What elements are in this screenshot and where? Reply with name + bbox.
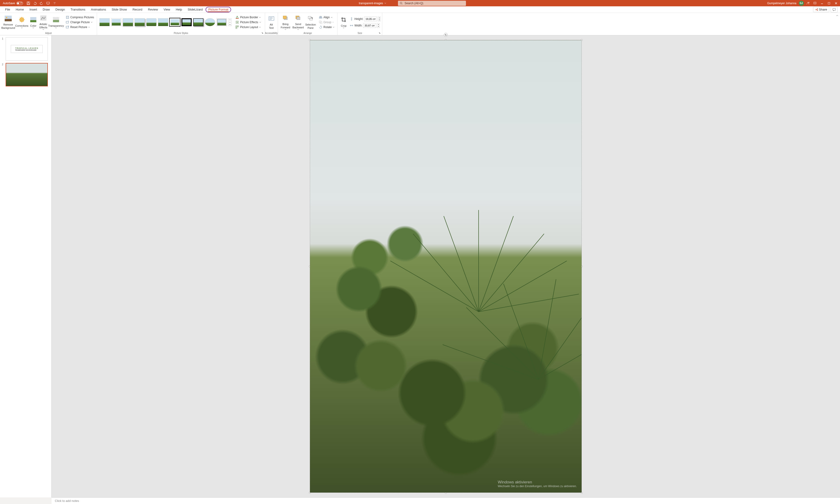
style-drop-shadow[interactable] bbox=[135, 18, 145, 26]
group-button[interactable]: Group bbox=[318, 20, 336, 24]
picture-layout-button[interactable]: Picture Layout bbox=[234, 25, 262, 30]
alt-text-icon bbox=[268, 15, 275, 22]
svg-rect-22 bbox=[53, 20, 59, 22]
rotate-button[interactable]: Rotate bbox=[318, 25, 336, 30]
corrections-button[interactable]: Corrections bbox=[15, 13, 29, 31]
slide-thumbnail-2[interactable] bbox=[6, 63, 48, 86]
change-picture-button[interactable]: Change Picture bbox=[64, 20, 96, 24]
ribbon-display-button[interactable] bbox=[812, 0, 818, 6]
crop-button[interactable]: Crop bbox=[339, 13, 348, 31]
slide-editor[interactable]: ↻ bbox=[52, 35, 840, 498]
redo-button[interactable] bbox=[38, 0, 45, 6]
chevron-down-icon bbox=[259, 22, 261, 23]
remove-bg-icon bbox=[4, 15, 12, 22]
autosave-toggle[interactable]: AutoSave Off bbox=[1, 2, 25, 5]
collapse-ribbon-button[interactable] bbox=[835, 14, 839, 18]
tab-view[interactable]: View bbox=[161, 6, 173, 13]
title-bar: AutoSave Off transparent-images Search (… bbox=[0, 0, 840, 6]
slide-thumbnail-1[interactable]: TROPICAL LEAVES TRANSPARENT BACKGROUND bbox=[6, 37, 48, 61]
style-simple-frame-white[interactable] bbox=[99, 18, 110, 26]
search-input[interactable]: Search (Alt+Q) bbox=[398, 1, 466, 6]
color-button[interactable]: Color bbox=[29, 13, 38, 31]
bring-forward-button[interactable]: Bring Forward bbox=[279, 13, 292, 31]
tab-draw[interactable]: Draw bbox=[40, 6, 52, 13]
layout-icon bbox=[235, 25, 239, 29]
selection-pane-icon bbox=[307, 15, 314, 22]
style-beveled-oval[interactable] bbox=[205, 18, 215, 26]
tab-record[interactable]: Record bbox=[130, 6, 145, 13]
tab-home[interactable]: Home bbox=[13, 6, 27, 13]
reset-picture-button[interactable]: Reset Picture bbox=[64, 25, 96, 30]
close-button[interactable] bbox=[833, 0, 839, 6]
style-thick-matte-black[interactable] bbox=[182, 18, 192, 26]
style-beveled-matte[interactable] bbox=[111, 18, 121, 26]
height-input[interactable] bbox=[364, 17, 377, 21]
chevron-down-icon bbox=[91, 22, 92, 23]
svg-rect-34 bbox=[283, 16, 287, 19]
svg-rect-24 bbox=[66, 21, 68, 23]
tab-animations[interactable]: Animations bbox=[88, 6, 109, 13]
selected-picture[interactable]: Windows aktivieren Wechseln Sie zu den E… bbox=[310, 40, 582, 493]
picture-border-button[interactable]: Picture Border bbox=[234, 15, 262, 20]
size-dialog-launcher[interactable]: ⬊ bbox=[379, 32, 381, 35]
crop-icon bbox=[340, 16, 347, 23]
corrections-icon bbox=[18, 16, 25, 23]
artistic-effects-button[interactable]: Artistic Effects bbox=[38, 13, 49, 31]
maximize-button[interactable] bbox=[826, 0, 832, 6]
share-button[interactable]: Share bbox=[813, 7, 829, 12]
style-compound-frame[interactable] bbox=[217, 18, 227, 26]
rotation-handle[interactable]: ↻ bbox=[444, 33, 448, 37]
svg-rect-39 bbox=[320, 16, 322, 17]
svg-rect-6 bbox=[814, 2, 816, 4]
tab-design[interactable]: Design bbox=[53, 6, 68, 13]
toggle-switch[interactable]: Off bbox=[16, 2, 23, 5]
qat-customize-button[interactable] bbox=[52, 0, 58, 6]
style-metal-frame[interactable] bbox=[123, 18, 133, 26]
picture-effects-button[interactable]: Picture Effects bbox=[234, 20, 262, 24]
height-spinner[interactable]: ▲▼ bbox=[378, 17, 381, 21]
svg-point-14 bbox=[6, 17, 7, 18]
group-label-arrange: Arrange bbox=[278, 31, 337, 35]
svg-rect-17 bbox=[30, 20, 36, 22]
width-input[interactable] bbox=[363, 23, 376, 28]
save-button[interactable] bbox=[25, 0, 31, 6]
svg-rect-1 bbox=[28, 3, 29, 4]
send-backward-icon bbox=[294, 14, 302, 22]
tab-slide-show[interactable]: Slide Show bbox=[109, 6, 130, 13]
minimize-button[interactable] bbox=[819, 0, 825, 6]
tab-picture-format[interactable]: Picture Format bbox=[206, 7, 231, 13]
tab-insert[interactable]: Insert bbox=[27, 6, 40, 13]
tab-help[interactable]: Help bbox=[173, 6, 185, 13]
send-backward-button[interactable]: Send Backward bbox=[292, 13, 305, 31]
compress-pictures-button[interactable]: Compress Pictures bbox=[64, 15, 96, 20]
selection-pane-button[interactable]: Selection Pane bbox=[305, 13, 316, 31]
tab-file[interactable]: File bbox=[2, 6, 13, 13]
notes-pane[interactable]: Click to add notes bbox=[52, 498, 840, 504]
style-simple-frame-black[interactable] bbox=[193, 18, 203, 26]
chevron-down-icon bbox=[259, 27, 261, 28]
document-title[interactable]: transparent-images bbox=[359, 2, 386, 5]
tab-transitions[interactable]: Transitions bbox=[68, 6, 88, 13]
slide-number-2: 2 bbox=[2, 63, 4, 86]
comments-button[interactable] bbox=[830, 7, 838, 13]
tab-slidelizard[interactable]: SlideLizard bbox=[185, 6, 206, 13]
align-button[interactable]: Align bbox=[318, 15, 336, 20]
style-double-frame-black[interactable] bbox=[170, 18, 180, 26]
chevron-down-icon bbox=[55, 28, 57, 28]
slideshow-from-start-button[interactable] bbox=[45, 0, 51, 6]
transparency-button[interactable]: Transparency bbox=[49, 13, 63, 31]
coming-soon-button[interactable] bbox=[805, 0, 811, 6]
style-soft-edge[interactable] bbox=[158, 18, 168, 26]
remove-background-button[interactable]: Remove Background bbox=[1, 13, 15, 31]
style-reflected-rounded[interactable] bbox=[146, 18, 157, 26]
svg-point-5 bbox=[808, 2, 809, 3]
alt-text-button[interactable]: Alt Text bbox=[267, 13, 276, 31]
user-avatar[interactable]: GJ bbox=[799, 1, 804, 6]
gallery-expand-button[interactable] bbox=[228, 18, 232, 26]
width-spinner[interactable]: ▲▼ bbox=[377, 23, 380, 28]
svg-rect-36 bbox=[297, 17, 300, 20]
group-accessibility: Alt Text Accessibility bbox=[265, 13, 278, 35]
undo-button[interactable] bbox=[32, 0, 38, 6]
styles-dialog-launcher[interactable]: ⬊ bbox=[261, 32, 264, 35]
tab-review[interactable]: Review bbox=[145, 6, 161, 13]
